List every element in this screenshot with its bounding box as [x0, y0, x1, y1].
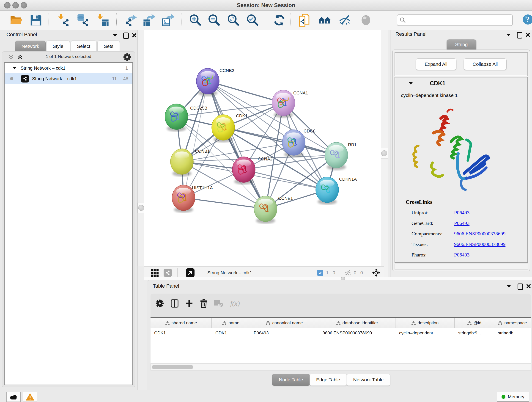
network-app-badge[interactable] — [164, 269, 172, 277]
network-options-button[interactable] — [123, 53, 131, 61]
table-options-button[interactable] — [156, 299, 164, 307]
cell-shared-name[interactable]: CDK1 — [151, 328, 212, 338]
tab-node-table[interactable]: Node Table — [272, 374, 310, 386]
show-columns-button[interactable] — [171, 299, 178, 307]
edge-CCNB2-HIST1H1A[interactable] — [184, 81, 208, 198]
node-CCNB1[interactable] — [171, 149, 193, 177]
export-network-button[interactable] — [124, 13, 137, 27]
edge-CCNB2-CCNE1[interactable] — [208, 81, 266, 209]
cell-database-identifier[interactable]: 9606.ENSP00000378699 — [319, 328, 395, 338]
string-network-graph[interactable]: CCNB2CCNA1CDC25BCDK1CDC6RB1CCNB1CCNA2CDK… — [144, 30, 381, 266]
tab-string-results[interactable]: String — [447, 39, 476, 50]
table-panel-close-button[interactable] — [526, 284, 531, 288]
search-input[interactable] — [408, 15, 510, 25]
node-CDKN1A[interactable] — [316, 177, 339, 205]
zoom-out-button[interactable] — [208, 13, 221, 27]
cloud-status-button[interactable] — [6, 392, 21, 402]
network-row[interactable]: String Network – cdk1 11 48 — [5, 73, 133, 84]
selected-nodes-checkbox[interactable] — [317, 270, 323, 276]
results-panel-maximize-button[interactable] — [517, 32, 522, 39]
cell--id[interactable]: stringdb:9... — [455, 328, 494, 338]
warnings-button[interactable] — [23, 392, 37, 402]
edge-CCNA1-CCNE1[interactable] — [266, 103, 283, 209]
column-header-shared-name[interactable]: shared name — [151, 318, 212, 328]
right-splitter[interactable] — [381, 30, 388, 277]
export-table-button[interactable] — [143, 13, 156, 27]
results-panel-float-button[interactable] — [507, 33, 510, 37]
left-splitter[interactable] — [137, 30, 145, 266]
crosslink-value-link[interactable]: 9606.ENSP00000378699 — [454, 241, 505, 247]
node-CCNE1[interactable] — [254, 196, 277, 224]
column-header-description[interactable]: description — [395, 318, 455, 328]
control-panel-maximize-button[interactable] — [123, 32, 129, 40]
tab-network-table[interactable]: Network Table — [347, 374, 390, 386]
cell-canonical-name[interactable]: P06493 — [250, 328, 319, 338]
memory-button[interactable]: Memory — [497, 392, 529, 402]
right-splitter-handle[interactable] — [381, 150, 387, 156]
node-CDC6[interactable] — [282, 130, 305, 157]
collapse-all-button[interactable]: Collapse All — [464, 58, 507, 70]
control-panel-float-button[interactable] — [113, 33, 117, 38]
show-panels-button[interactable] — [359, 13, 373, 27]
node-HIST1H1A[interactable] — [172, 185, 195, 213]
node-RB1[interactable] — [325, 142, 348, 170]
clone-network-button[interactable] — [298, 13, 312, 27]
grid-view-button[interactable] — [151, 269, 158, 277]
edge-CCNB2-CCNA1[interactable] — [208, 81, 283, 103]
cell-namespace[interactable]: stringdb — [494, 328, 531, 338]
zoom-fit-button[interactable] — [227, 13, 240, 27]
column-header-database-identifier[interactable]: database identifier — [319, 318, 395, 328]
import-network-file-button[interactable] — [57, 13, 70, 27]
table-horizontal-scrollbar[interactable] — [151, 364, 531, 370]
node-CDC25B[interactable] — [165, 104, 188, 132]
import-table-file-button[interactable] — [96, 13, 109, 27]
network-collection-row[interactable]: String Network – cdk1 1 — [5, 63, 133, 73]
horizontal-splitter[interactable] — [144, 277, 532, 280]
control-panel-close-button[interactable] — [132, 33, 137, 38]
open-session-button[interactable] — [10, 13, 23, 27]
add-column-button[interactable] — [185, 300, 193, 307]
gene-card-header[interactable]: CDK1 — [395, 77, 527, 89]
edge-HIST1H1A-CCNE1[interactable] — [184, 198, 266, 209]
hide-panels-button[interactable] — [338, 13, 351, 27]
export-image-button[interactable] — [161, 13, 175, 27]
cell-name[interactable]: CDK1 — [212, 328, 250, 338]
crosslink-value-link[interactable]: P06493 — [454, 210, 469, 216]
expand-all-button[interactable]: Expand All — [416, 58, 456, 70]
crosslink-value-link[interactable]: 9606.ENSP00000378699 — [454, 231, 505, 237]
table-panel-maximize-button[interactable] — [518, 283, 523, 291]
cell-description[interactable]: cyclin–dependent ... — [395, 328, 455, 338]
scrollbar-thumb[interactable] — [152, 365, 193, 369]
results-panel-close-button[interactable] — [526, 32, 530, 37]
crosslink-value-link[interactable]: P06493 — [454, 220, 469, 226]
help-button[interactable]: ? — [522, 13, 532, 27]
import-network-database-button[interactable] — [76, 13, 90, 27]
network-canvas[interactable]: CCNB2CCNA1CDC25BCDK1CDC6RB1CCNB1CCNA2CDK… — [144, 30, 381, 266]
node-CCNB2[interactable] — [196, 68, 219, 96]
zoom-in-button[interactable] — [189, 13, 202, 27]
tab-select[interactable]: Select — [70, 41, 97, 51]
node-CCNA1[interactable] — [272, 90, 295, 118]
column-header-namespace[interactable]: namespace — [494, 318, 531, 328]
tab-style[interactable]: Style — [46, 41, 70, 51]
save-session-button[interactable] — [29, 13, 43, 27]
crosslink-value-link[interactable]: P06493 — [454, 252, 469, 258]
table-panel-float-button[interactable] — [507, 284, 511, 288]
column-header-name[interactable]: name — [212, 318, 250, 328]
results-scrollbar[interactable] — [394, 264, 528, 269]
column-header-canonical-name[interactable]: canonical name — [250, 318, 319, 328]
home-button[interactable] — [318, 13, 331, 27]
fit-selected-button[interactable] — [372, 268, 380, 277]
table-row[interactable]: CDK1CDK1P064939606.ENSP00000378699cyclin… — [151, 328, 531, 338]
zoom-selected-button[interactable] — [246, 13, 259, 27]
edge-CDK1-RB1[interactable] — [223, 128, 336, 155]
refresh-button[interactable] — [273, 13, 286, 27]
tab-network[interactable]: Network — [15, 41, 46, 51]
column-header--id[interactable]: @id — [455, 318, 494, 328]
tab-sets[interactable]: Sets — [97, 41, 120, 51]
left-splitter-handle[interactable] — [138, 205, 144, 211]
node-CCNA2[interactable] — [232, 157, 255, 185]
delete-column-button[interactable] — [200, 299, 207, 308]
node-CDK1[interactable] — [212, 115, 234, 142]
birdseye-view-button[interactable] — [186, 268, 195, 277]
